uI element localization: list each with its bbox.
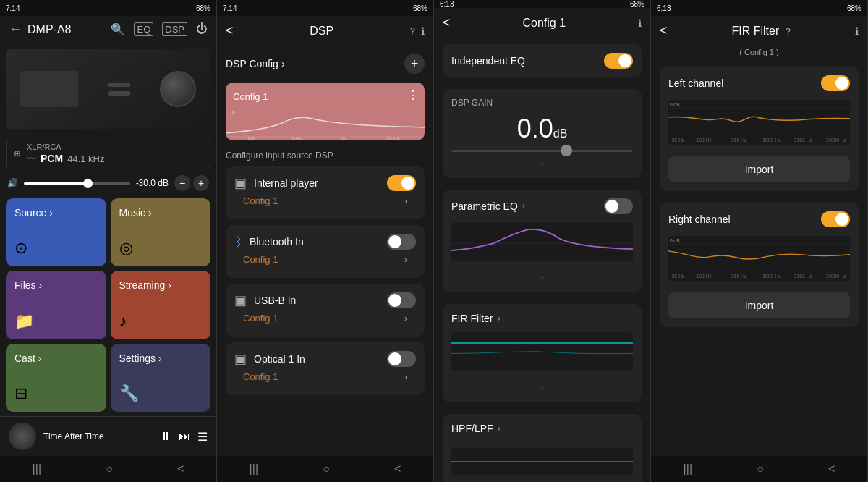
config-card-menu[interactable]: ⋮ xyxy=(407,88,419,102)
device-screen xyxy=(20,71,78,107)
next-button[interactable]: ⏭ xyxy=(179,430,190,443)
left-channel-toggle[interactable] xyxy=(821,75,850,91)
source-icon: ⊙ xyxy=(14,239,27,258)
source-item-usb: ▣ USB-B In Config 1 › xyxy=(226,284,425,337)
eq-icon[interactable]: EQ xyxy=(134,22,153,36)
usb-icon: ▣ xyxy=(234,292,247,308)
svg-text:10000 Hz: 10000 Hz xyxy=(825,274,847,279)
volume-slider[interactable] xyxy=(24,182,130,185)
svg-text:1000 Hz: 1000 Hz xyxy=(762,138,781,143)
p3-back-button[interactable]: < xyxy=(443,15,451,30)
parametric-eq-label: Parametric EQ xyxy=(451,200,518,212)
nav-menu-btn-2[interactable]: ||| xyxy=(250,462,258,475)
independent-eq-toggle[interactable] xyxy=(604,53,633,69)
menu-item-files[interactable]: Files › 📁 xyxy=(6,271,106,339)
usb-config-chevron: › xyxy=(404,313,407,324)
hpf-lpf-chart xyxy=(451,440,633,482)
menu-item-cast[interactable]: Cast › ⊟ xyxy=(6,344,106,412)
hpf-lpf-label: HPF/LPF xyxy=(451,423,493,434)
config-card[interactable]: Config 1 ⋮ 16 100 500Hz 1k 10k 20k xyxy=(226,83,425,140)
right-channel-section: Right channel 0 dB 32 Hz 100 Hz 316 Hz 1… xyxy=(660,203,859,327)
p4-help-icon[interactable]: ? xyxy=(786,26,791,37)
nav-home-btn-1[interactable]: ○ xyxy=(106,462,113,475)
pause-button[interactable]: ⏸ xyxy=(160,430,171,443)
hpf-lpf-section[interactable]: HPF/LPF › xyxy=(443,414,642,482)
svg-rect-12 xyxy=(668,100,850,145)
svg-text:100: 100 xyxy=(247,136,255,140)
usb-config-link[interactable]: Config 1 › xyxy=(234,308,416,328)
parametric-eq-toggle[interactable] xyxy=(604,198,633,214)
nav-menu-btn-1[interactable]: ||| xyxy=(33,462,41,475)
fir-arrow: ↓ xyxy=(451,379,633,391)
fir-filter-chart xyxy=(451,330,633,373)
cast-icon: ⊟ xyxy=(14,384,27,403)
p4-info-icon[interactable]: ℹ xyxy=(855,25,859,37)
album-art xyxy=(9,423,36,450)
p2-back-button[interactable]: < xyxy=(226,23,234,38)
nav-back-btn-2[interactable]: < xyxy=(394,462,401,475)
nav-back-btn-4[interactable]: < xyxy=(828,462,835,475)
nav-back-btn-1[interactable]: < xyxy=(177,462,184,475)
nav-menu-btn-4[interactable]: ||| xyxy=(684,462,692,475)
power-icon[interactable]: ⏻ xyxy=(196,22,208,36)
dsp-info-icon[interactable]: ℹ xyxy=(421,25,425,37)
nav-home-btn-2[interactable]: ○ xyxy=(323,462,330,475)
internal-player-toggle[interactable] xyxy=(387,175,416,191)
search-icon[interactable]: 🔍 xyxy=(111,22,125,36)
queue-button[interactable]: ☰ xyxy=(197,430,208,444)
status-bar-1: 7:14 68% xyxy=(0,0,216,16)
usb-toggle[interactable] xyxy=(387,292,416,308)
fir-filter-section[interactable]: FIR Filter › ↓ xyxy=(443,304,642,402)
p4-back-button[interactable]: < xyxy=(660,23,668,38)
menu-item-streaming[interactable]: Streaming › ♪ xyxy=(111,271,211,339)
dsp-gain-slider[interactable] xyxy=(451,150,633,152)
status-battery-4: 68% xyxy=(847,4,861,12)
dsp-help-icon[interactable]: ? xyxy=(410,25,415,37)
bluetooth-config-link[interactable]: Config 1 › xyxy=(234,250,416,269)
nav-home-btn-4[interactable]: ○ xyxy=(757,462,764,475)
panel-4: 6:13 68% < FIR Filter ? ℹ ( Config 1 ) L… xyxy=(651,0,868,482)
source-item-bluetooth: ᛒ Bluetooth In Config 1 › xyxy=(226,225,425,278)
menu-item-settings[interactable]: Settings › 🔧 xyxy=(111,344,211,412)
right-channel-toggle[interactable] xyxy=(821,211,850,227)
hpf-lpf-chevron: › xyxy=(498,423,501,434)
optical-toggle[interactable] xyxy=(387,351,416,367)
status-battery-1: 68% xyxy=(196,4,210,12)
nav-bar-1: ||| ○ < xyxy=(0,456,216,482)
back-icon[interactable]: ← xyxy=(9,22,22,37)
dsp-gain-label: DSP GAIN xyxy=(451,98,633,108)
dsp-gain-section: DSP GAIN 0.0dB ↓ xyxy=(443,89,642,178)
optical-config-link[interactable]: Config 1 › xyxy=(234,367,416,386)
volume-increase-btn[interactable]: + xyxy=(193,175,209,191)
volume-row: 🔊 -30.0 dB − + xyxy=(0,172,216,194)
add-config-button[interactable]: + xyxy=(404,54,425,74)
bluetooth-toggle[interactable] xyxy=(387,234,416,250)
parametric-arrow: ↓ xyxy=(451,269,633,281)
right-channel-import-btn[interactable]: Import xyxy=(668,292,850,318)
source-item-optical: ▣ Optical 1 In Config 1 › xyxy=(226,342,425,395)
dsp-config-label[interactable]: DSP Config › xyxy=(226,58,285,69)
p3-info-icon[interactable]: ℹ xyxy=(638,17,642,29)
audio-format: PCM xyxy=(41,153,63,164)
nav-bar-4: ||| ○ < xyxy=(651,456,867,482)
left-channel-chart: 0 dB 32 Hz 100 Hz 316 Hz 1000 Hz 3162 Hz… xyxy=(668,97,850,148)
internal-config-link[interactable]: Config 1 › xyxy=(234,191,416,211)
files-icon: 📁 xyxy=(14,312,34,331)
optical-config-chevron: › xyxy=(404,372,407,382)
svg-text:10000 Hz: 10000 Hz xyxy=(825,138,847,143)
status-bar-4: 6:13 68% xyxy=(651,0,867,16)
config-card-title: Config 1 xyxy=(233,91,268,102)
menu-item-music[interactable]: Music › ◎ xyxy=(111,198,211,266)
menu-item-source[interactable]: Source › ⊙ xyxy=(6,198,106,266)
internal-player-icon: ▣ xyxy=(234,175,247,191)
left-channel-label: Left channel xyxy=(668,77,723,89)
left-channel-import-btn[interactable]: Import xyxy=(668,156,850,182)
p1-action-icons: 🔍 EQ DSP ⏻ xyxy=(111,22,208,36)
volume-icon: 🔊 xyxy=(7,178,18,188)
volume-decrease-btn[interactable]: − xyxy=(174,175,190,191)
svg-text:1000 Hz: 1000 Hz xyxy=(762,274,781,279)
dsp-icon[interactable]: DSP xyxy=(162,22,187,36)
parametric-eq-section: Parametric EQ › ↓ xyxy=(443,190,642,292)
p4-title: FIR Filter ? xyxy=(668,25,855,38)
bluetooth-label: Bluetooth In xyxy=(250,236,304,248)
